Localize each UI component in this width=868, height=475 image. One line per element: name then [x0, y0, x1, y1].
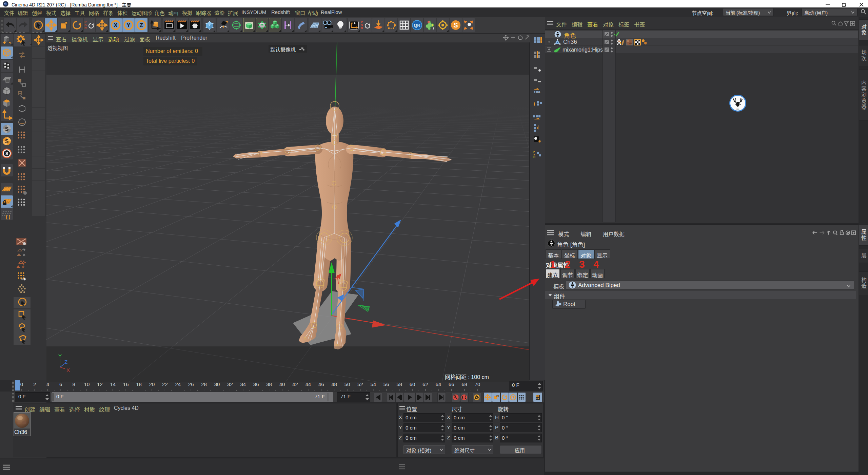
- svg-text:S: S: [5, 138, 9, 144]
- svg-text:X: X: [66, 367, 70, 373]
- svg-text:Z: Z: [140, 22, 143, 28]
- svg-text:Y: Y: [126, 22, 131, 28]
- svg-text:X: X: [114, 22, 118, 28]
- svg-text:R: R: [84, 26, 87, 30]
- svg-text:S: S: [5, 151, 8, 156]
- svg-text:S: S: [5, 126, 9, 132]
- svg-text:Z: Z: [64, 359, 67, 365]
- svg-text:R: R: [361, 26, 363, 30]
- svg-text:S: S: [453, 21, 458, 29]
- svg-text:( ): ( ): [6, 214, 10, 220]
- svg-text:xxx: xxx: [736, 108, 739, 110]
- svg-text:R: R: [533, 155, 535, 158]
- svg-text:Y: Y: [58, 353, 62, 359]
- svg-text:QR: QR: [414, 23, 420, 28]
- svg-text:P: P: [512, 395, 514, 400]
